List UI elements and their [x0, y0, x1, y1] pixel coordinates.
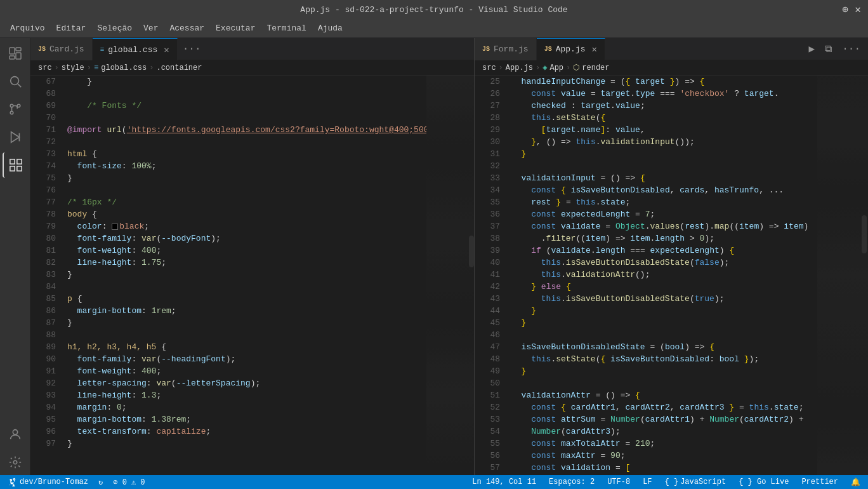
activity-explorer[interactable] — [3, 41, 28, 66]
activity-settings[interactable] — [3, 450, 28, 475]
svg-rect-1 — [16, 48, 21, 51]
status-sync[interactable]: ↻ — [96, 475, 105, 489]
left-tabs: JS Card.js ≡ global.css ✕ ··· — [30, 38, 474, 60]
right-breadcrumb: src › App.js › ◈ App › ⬡ render — [475, 60, 868, 76]
statusbar-left: dev/Bruno-Tomaz ↻ ⊘ 0 ⚠ 0 — [5, 475, 148, 489]
tab-global-css-close[interactable]: ✕ — [164, 44, 169, 55]
svg-rect-12 — [16, 159, 21, 164]
prettier-label: Prettier — [801, 478, 838, 486]
activity-run[interactable] — [3, 124, 28, 150]
left-code-content: } /* Fonts */ @import url('https://fonts… — [62, 76, 426, 475]
run-code-btn[interactable]: ▶ — [806, 41, 818, 57]
svg-point-16 — [13, 460, 17, 464]
main-area: JS Card.js ≡ global.css ✕ ··· src › styl… — [0, 38, 868, 475]
tab-form-js[interactable]: JS Form.js — [475, 38, 537, 60]
tab-more-left[interactable]: ··· — [178, 38, 206, 60]
menu-editar[interactable]: Editar — [51, 21, 91, 36]
right-editor-pane: JS Form.js JS App.js ✕ ▶ ⧉ ··· — [475, 38, 868, 475]
svg-point-15 — [13, 430, 17, 434]
titlebar-title: App.js - sd-022-a-project-tryunfo - Visu… — [300, 5, 567, 15]
svg-marker-9 — [11, 132, 19, 143]
encoding: UTF-8 — [607, 478, 630, 486]
branch-name: dev/Bruno-Tomaz — [20, 478, 88, 486]
status-notification[interactable]: 🔔 — [848, 475, 863, 489]
card-js-icon: JS — [38, 46, 46, 53]
app-js-icon: JS — [544, 46, 552, 53]
titlebar-controls: ⊕ ✕ — [841, 6, 862, 13]
svg-rect-3 — [10, 56, 15, 59]
editor-area: JS Card.js ≡ global.css ✕ ··· src › styl… — [30, 38, 868, 475]
svg-rect-13 — [16, 166, 21, 171]
left-breadcrumb: src › style › ≡ global.css › .container — [30, 60, 474, 76]
tab-global-css-label: global.css — [108, 45, 157, 55]
left-minimap — [426, 76, 474, 475]
close-icon[interactable]: ✕ — [854, 6, 862, 13]
statusbar-right: Ln 149, Col 11 Espaços: 2 UTF-8 LF { } J… — [470, 475, 863, 489]
minimize-icon[interactable]: ⊕ — [841, 6, 849, 13]
status-language[interactable]: { } JavaScript — [662, 475, 729, 489]
spaces: Espaços: 2 — [549, 478, 595, 486]
tab-card-js[interactable]: JS Card.js — [30, 38, 93, 60]
eol: LF — [643, 478, 652, 486]
activity-search[interactable] — [3, 69, 28, 94]
svg-point-4 — [10, 77, 18, 85]
status-errors[interactable]: ⊘ 0 ⚠ 0 — [110, 475, 147, 489]
notification-icon: 🔔 — [851, 478, 860, 487]
right-code-editor[interactable]: 25 26 27 28 29 30 31 32 33 34 35 36 37 3… — [475, 76, 868, 475]
menu-ajuda[interactable]: Ajuda — [313, 21, 348, 36]
split-editor: JS Card.js ≡ global.css ✕ ··· src › styl… — [30, 38, 868, 475]
split-editor-btn[interactable]: ⧉ — [822, 42, 834, 57]
status-branch[interactable]: dev/Bruno-Tomaz — [5, 475, 91, 489]
menubar: Arquivo Editar Seleção Ver Acessar Execu… — [0, 19, 868, 38]
tab-app-js[interactable]: JS App.js ✕ — [537, 38, 605, 60]
tab-app-js-close[interactable]: ✕ — [591, 44, 596, 55]
menu-selecao[interactable]: Seleção — [92, 21, 137, 36]
activity-source-control[interactable] — [3, 97, 28, 122]
left-code-editor[interactable]: 67 68 69 70 71 72 73 74 75 76 77 78 79 8… — [30, 76, 474, 475]
global-css-icon: ≡ — [100, 46, 105, 53]
tab-app-js-label: App.js — [556, 44, 586, 54]
language-mode: { } — [665, 478, 679, 486]
more-actions-btn[interactable]: ··· — [839, 42, 863, 56]
ln-col: Ln 149, Col 11 — [472, 478, 536, 486]
status-encoding[interactable]: UTF-8 — [605, 475, 633, 489]
titlebar: App.js - sd-022-a-project-tryunfo - Visu… — [0, 0, 868, 19]
menu-arquivo[interactable]: Arquivo — [5, 21, 50, 36]
sync-icon: ↻ — [98, 478, 103, 487]
svg-point-8 — [10, 111, 13, 114]
svg-rect-14 — [10, 166, 14, 171]
status-spaces[interactable]: Espaços: 2 — [546, 475, 597, 489]
svg-line-5 — [18, 84, 21, 87]
svg-rect-11 — [10, 159, 14, 164]
activity-bar — [0, 38, 30, 475]
activity-extensions[interactable] — [3, 152, 28, 178]
right-code-content: handleInputChange = ({ target }) => { co… — [506, 76, 817, 475]
svg-rect-2 — [16, 53, 21, 59]
status-ln-col[interactable]: Ln 149, Col 11 — [470, 475, 539, 489]
menu-acessar[interactable]: Acessar — [164, 21, 209, 36]
menu-terminal[interactable]: Terminal — [261, 21, 311, 36]
status-go-live[interactable]: { } Go Live — [736, 475, 791, 489]
status-prettier[interactable]: Prettier — [799, 475, 841, 489]
activity-account[interactable] — [3, 422, 28, 447]
menu-ver[interactable]: Ver — [138, 21, 163, 36]
tab-card-js-label: Card.js — [49, 44, 84, 54]
statusbar: dev/Bruno-Tomaz ↻ ⊘ 0 ⚠ 0 Ln 149, Col 11… — [0, 475, 868, 489]
status-eol[interactable]: LF — [640, 475, 654, 489]
left-editor-pane: JS Card.js ≡ global.css ✕ ··· src › styl… — [30, 38, 475, 475]
right-minimap — [817, 76, 868, 475]
svg-point-6 — [10, 104, 13, 107]
left-line-numbers: 67 68 69 70 71 72 73 74 75 76 77 78 79 8… — [30, 76, 62, 475]
svg-rect-0 — [10, 48, 15, 54]
tab-form-js-label: Form.js — [494, 44, 529, 54]
language-name: JavaScript — [680, 478, 726, 486]
form-js-icon: JS — [482, 46, 490, 53]
right-line-numbers: 25 26 27 28 29 30 31 32 33 34 35 36 37 3… — [475, 76, 506, 475]
menu-executar[interactable]: Executar — [211, 21, 260, 36]
go-live-label: { } Go Live — [739, 478, 789, 486]
tab-global-css[interactable]: ≡ global.css ✕ — [93, 38, 178, 60]
right-tabs: JS Form.js JS App.js ✕ ▶ ⧉ ··· — [475, 38, 868, 60]
